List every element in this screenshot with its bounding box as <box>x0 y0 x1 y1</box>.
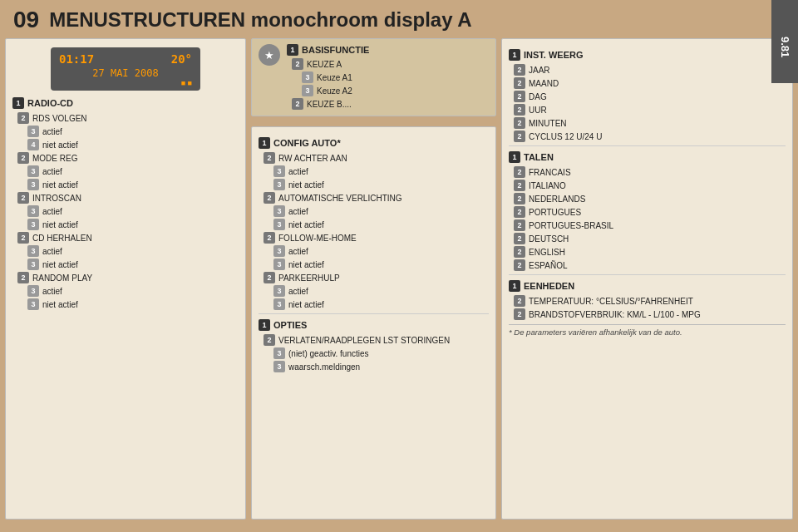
random-actief: 3 actief <box>12 284 239 298</box>
fmh-actief: 3 actief <box>259 244 489 258</box>
fmh-niet-actief: 3 niet actief <box>259 258 489 271</box>
random-play-item: 2 RANDOM PLAY <box>12 271 239 284</box>
auto-verlichting-item: 2 AUTOMATISCHE VERLICHTING <box>259 191 489 204</box>
dag-item: 2 DAG <box>509 90 786 103</box>
clock-time: 01:17 <box>59 52 94 66</box>
page-title: MENUSTRUCTUREN monochroom display A <box>49 8 471 32</box>
portugues-brasil-item: 2 PORTUGUES-BRASIL <box>509 219 786 232</box>
ph-niet-actief: 3 niet actief <box>259 298 489 311</box>
waarsch-meldingen: 3 waarsch.meldingen <box>259 360 489 373</box>
opties-title: 1 OPTIES <box>259 319 489 331</box>
rw-actief: 3 actief <box>259 165 489 178</box>
nederlands-item: 2 NEDERLANDS <box>509 192 786 205</box>
basisfunctie-panel: ★ 1 BASISFUNCTIE 2 KEUZE A 3 Keuze A1 <box>251 38 496 116</box>
clock-temp: 20° <box>171 52 192 66</box>
badge-1: 1 <box>12 97 24 109</box>
brandstof-item: 2 BRANDSTOFVERBRUIK: KM/L - L/100 - MPG <box>509 308 786 321</box>
main-content: 01:17 20° 27 MAI 2008 ■ ■ 1 RADIO-CD 2 R… <box>0 38 798 525</box>
config-auto-panel: 1 CONFIG AUTO* 2 RW ACHTER AAN 3 actief … <box>251 126 496 520</box>
rds-volgen-item: 2 RDS VOLGEN <box>12 111 239 125</box>
keuze-a1: 3 Keuze A1 <box>287 71 369 84</box>
uur-item: 2 UUR <box>509 103 786 116</box>
av-actief: 3 actief <box>259 204 489 218</box>
eenheden-title: 1 EENHEDEN <box>509 280 786 292</box>
cd-actief: 3 actief <box>12 244 239 258</box>
verlaten-item: 2 VERLATEN/RAADPLEGEN LST STORINGEN <box>259 333 489 347</box>
config-auto-title: 1 CONFIG AUTO* <box>259 137 489 149</box>
parkeerhulp-item: 2 PARKEERHULP <box>259 271 489 284</box>
rw-achter-item: 2 RW ACHTER AAN <box>259 151 489 165</box>
random-niet-actief: 3 niet actief <box>12 298 239 311</box>
left-panel: 01:17 20° 27 MAI 2008 ■ ■ 1 RADIO-CD 2 R… <box>5 38 246 520</box>
espanol-item: 2 ESPAÑOL <box>509 259 786 272</box>
temperatuur-item: 2 TEMPERATUUR: °CELSIUS/°FAHRENHEIT <box>509 294 786 308</box>
footnote: * De parameters variëren afhankelijk van… <box>509 324 786 337</box>
introscan-item: 2 INTROSCAN <box>12 191 239 204</box>
italiano-item: 2 ITALIANO <box>509 179 786 192</box>
portugues-item: 2 PORTUGUES <box>509 205 786 219</box>
basisfunctie-title: BASISFUNCTIE <box>302 45 369 55</box>
page-number: 9.81 <box>771 0 798 83</box>
mode-actief: 3 actief <box>12 165 239 178</box>
cd-niet-actief: 3 niet actief <box>12 258 239 271</box>
maand-item: 2 MAAND <box>509 76 786 90</box>
francais-item: 2 FRANCAIS <box>509 165 786 179</box>
talen-title: 1 TALEN <box>509 151 786 163</box>
clock-date: 27 MAI 2008 <box>59 67 192 79</box>
rds-actief: 3 actief <box>12 125 239 138</box>
jaar-item: 2 JAAR <box>509 63 786 76</box>
deutsch-item: 2 DEUTSCH <box>509 232 786 245</box>
page-header: 09 MENUSTRUCTUREN monochroom display A <box>0 0 798 38</box>
rds-niet-actief: 4 niet actief <box>12 138 239 151</box>
niet-geactiv: 3 (niet) geactiv. functies <box>259 347 489 360</box>
keuze-a2: 3 Keuze A2 <box>287 84 369 97</box>
english-item: 2 ENGLISH <box>509 245 786 259</box>
clock-display: 01:17 20° 27 MAI 2008 ■ ■ <box>51 47 200 91</box>
chapter-number: 09 <box>13 7 39 33</box>
minuten-item: 2 MINUTEN <box>509 116 786 130</box>
keuze-b: 2 KEUZE B.... <box>287 97 369 111</box>
radio-cd-title: 1 RADIO-CD <box>12 97 239 109</box>
right-panel: 1 INST. WEERG 2 JAAR 2 MAAND 2 DAG 2 UUR… <box>501 38 793 520</box>
keuze-a: 2 KEUZE A <box>287 57 369 71</box>
inst-weerg-title: 1 INST. WEERG <box>509 49 786 61</box>
intro-niet-actief: 3 niet actief <box>12 218 239 231</box>
mode-niet-actief: 3 niet actief <box>12 178 239 191</box>
rw-niet-actief: 3 niet actief <box>259 178 489 191</box>
ph-actief: 3 actief <box>259 284 489 298</box>
follow-me-item: 2 FOLLOW-ME-HOME <box>259 231 489 244</box>
mode-reg-item: 2 MODE REG <box>12 151 239 165</box>
av-niet-actief: 3 niet actief <box>259 218 489 231</box>
cd-herhalen-item: 2 CD HERHALEN <box>12 231 239 244</box>
intro-actief: 3 actief <box>12 204 239 218</box>
clock-indicator: ■ ■ <box>59 79 192 87</box>
basisfunctie-icon: ★ <box>259 44 280 66</box>
cyclus-item: 2 CYCLUS 12 U/24 U <box>509 130 786 143</box>
